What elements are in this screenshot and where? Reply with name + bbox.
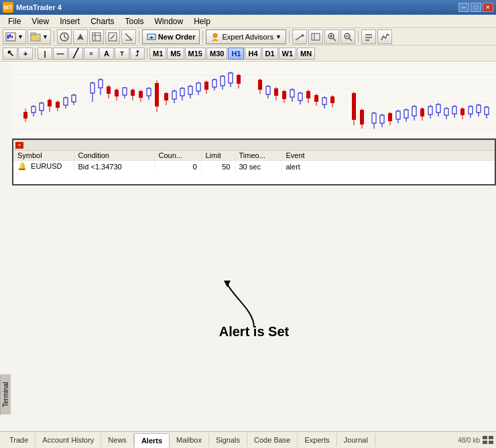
separator-6 <box>35 48 36 60</box>
lower-content: Alert is Set <box>12 185 496 431</box>
alert-row-1[interactable]: 🔔 EURUSD Bid <1.34730 0 50 30 sec alert <box>13 161 495 173</box>
close-button[interactable]: ✕ <box>483 3 493 12</box>
tab-codebase[interactable]: Code Base <box>247 433 298 447</box>
svg-point-19 <box>213 33 217 38</box>
tf-m15[interactable]: M15 <box>185 48 206 60</box>
main-toolbar: ▼ ▼ New Order Expert Advisors ▼ <box>0 28 496 46</box>
annotation-text: Alert is Set <box>219 324 289 340</box>
autoscroll-btn[interactable] <box>308 29 323 44</box>
svg-rect-138 <box>460 108 464 115</box>
menu-tools[interactable]: Tools <box>120 15 149 27</box>
terminal-label: Terminal <box>2 382 9 407</box>
tab-trade[interactable]: Trade <box>3 433 36 447</box>
svg-rect-132 <box>436 104 440 113</box>
svg-rect-60 <box>115 90 119 96</box>
svg-rect-96 <box>274 88 278 96</box>
svg-rect-72 <box>164 93 168 100</box>
svg-rect-44 <box>40 103 44 110</box>
tf-m30[interactable]: M30 <box>206 48 227 60</box>
trendline-tool[interactable]: ╱ <box>68 48 83 60</box>
menu-help[interactable]: Help <box>188 15 216 27</box>
separator-7 <box>147 48 147 60</box>
col-limit: Limit <box>201 151 235 161</box>
status-icon <box>483 436 493 444</box>
tf-w1[interactable]: W1 <box>279 48 297 60</box>
toolbar-btn-6[interactable] <box>105 29 120 44</box>
alerts-close-btn[interactable]: × <box>15 142 23 149</box>
menu-window[interactable]: Window <box>149 15 189 27</box>
tab-journal[interactable]: Journal <box>337 433 375 447</box>
open-btn[interactable]: ▼ <box>27 29 51 44</box>
expert-advisors-button[interactable]: Expert Advisors ▼ <box>206 29 286 44</box>
channel-tool[interactable]: ≡ <box>84 48 99 60</box>
indicators-btn[interactable] <box>377 29 392 44</box>
svg-marker-21 <box>302 33 304 37</box>
svg-line-29 <box>349 38 352 41</box>
title-bar: MT MetaTrader 4 ─ □ ✕ <box>0 0 496 15</box>
toolbar-btn-5[interactable] <box>89 29 104 44</box>
terminal-side-tab[interactable]: Terminal <box>0 374 11 415</box>
cursor-tool[interactable]: ↖ <box>3 48 17 60</box>
tab-account-history[interactable]: Account History <box>36 433 101 447</box>
col-event: Event <box>282 151 495 161</box>
tf-h1[interactable]: H1 <box>228 48 244 60</box>
svg-rect-78 <box>188 86 192 94</box>
svg-line-8 <box>64 37 66 38</box>
maximize-button[interactable]: □ <box>471 3 481 12</box>
new-chart-btn[interactable]: ▼ <box>3 29 26 44</box>
minimize-button[interactable]: ─ <box>458 3 469 12</box>
tab-news[interactable]: News <box>101 433 134 447</box>
menu-file[interactable]: File <box>3 15 26 27</box>
tf-d1[interactable]: D1 <box>262 48 278 60</box>
tab-experts[interactable]: Experts <box>298 433 336 447</box>
svg-rect-118 <box>380 115 384 123</box>
tf-mn[interactable]: MN <box>297 48 315 60</box>
annotation-container: Alert is Set <box>214 277 294 340</box>
title-bar-controls[interactable]: ─ □ ✕ <box>458 3 493 12</box>
chart-shift-btn[interactable] <box>292 29 307 44</box>
menu-bar: File View Insert Charts Tools Window Hel… <box>0 15 496 28</box>
zoom-in-btn[interactable] <box>324 29 339 44</box>
tf-m5[interactable]: M5 <box>167 48 184 60</box>
svg-rect-140 <box>469 106 473 114</box>
hline-tool[interactable]: — <box>53 48 68 60</box>
tf-h4[interactable]: H4 <box>245 48 261 60</box>
arrow-tool[interactable]: ⤴ <box>130 48 145 60</box>
label-tool[interactable]: T <box>115 48 129 60</box>
menu-view[interactable]: View <box>26 15 54 27</box>
tools-toolbar: ↖ + | — ╱ ≡ A T ⤴ M1 M5 M15 M30 H1 H4 D1… <box>0 46 496 62</box>
svg-line-13 <box>111 35 115 39</box>
svg-rect-9 <box>92 33 101 41</box>
col-timeout: Timeo... <box>235 151 282 161</box>
tf-m1[interactable]: M1 <box>149 48 166 60</box>
toolbar-btn-7[interactable] <box>121 29 136 44</box>
menu-charts[interactable]: Charts <box>85 15 119 27</box>
zoom-out-btn[interactable] <box>340 29 355 44</box>
svg-rect-66 <box>139 91 143 98</box>
text-tool[interactable]: A <box>99 48 114 60</box>
properties-btn[interactable] <box>361 29 376 44</box>
separator-1 <box>54 31 54 43</box>
tab-signals[interactable]: Signals <box>209 433 247 447</box>
bell-icon: 🔔 <box>17 162 27 170</box>
svg-rect-80 <box>196 83 200 91</box>
svg-rect-104 <box>306 91 310 98</box>
title-bar-left: MT MetaTrader 4 <box>3 2 62 13</box>
svg-rect-128 <box>420 108 424 117</box>
svg-rect-82 <box>204 82 208 90</box>
tab-mailbox[interactable]: Mailbox <box>170 433 209 447</box>
svg-rect-106 <box>314 95 318 102</box>
new-order-button[interactable]: New Order <box>142 29 200 44</box>
svg-rect-84 <box>212 80 216 87</box>
svg-rect-50 <box>64 98 68 105</box>
crosshair-tool[interactable]: + <box>18 48 33 60</box>
alert-condition: Bid <1.34730 <box>74 161 154 173</box>
menu-insert[interactable]: Insert <box>54 15 85 27</box>
toolbar-btn-4[interactable] <box>73 29 88 44</box>
toolbar-btn-3[interactable] <box>57 29 72 44</box>
line-tool[interactable]: | <box>38 48 52 60</box>
svg-rect-46 <box>48 100 52 106</box>
svg-rect-126 <box>412 106 416 116</box>
svg-rect-62 <box>123 88 127 95</box>
tab-alerts[interactable]: Alerts <box>134 433 170 448</box>
